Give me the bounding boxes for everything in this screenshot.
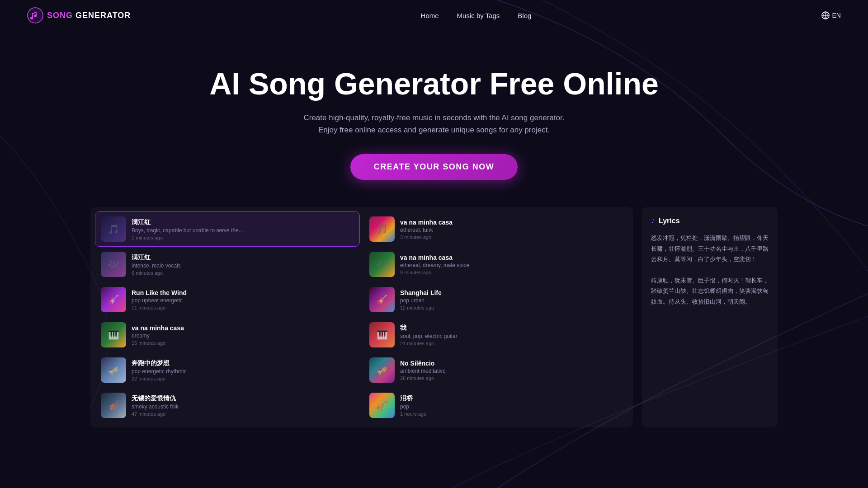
song-title: 我 — [400, 324, 623, 332]
svg-point-2 — [34, 14, 37, 17]
song-time: 1 hours ago — [400, 411, 623, 417]
song-thumbnail: 🎶 — [101, 252, 126, 277]
song-time: 47 minutes ago — [132, 411, 354, 417]
content-area: 🎵 满江红 Boys, tragic, capable but unable t… — [0, 198, 868, 436]
song-tags: smoky acoustic folk — [132, 404, 354, 410]
song-item[interactable]: 🎻 无锡的爱恨情仇 smoky acoustic folk 47 minutes… — [95, 388, 360, 423]
logo-icon — [27, 7, 43, 23]
song-tags: pop energetic rhythmic — [132, 368, 354, 375]
song-item[interactable]: 🎵 满江红 Boys, tragic, capable but unable t… — [95, 211, 360, 247]
song-tags: intense, male vocals — [132, 263, 354, 269]
song-list: 🎵 满江红 Boys, tragic, capable but unable t… — [90, 207, 633, 427]
lyrics-text: 怒发冲冠，凭栏处，潇潇雨歇。抬望眼，仰天长啸，壮怀激烈。三十功名尘与土，八千里路… — [651, 233, 769, 307]
song-info: 奔跑中的梦想 pop energetic rhythmic 22 minutes… — [132, 359, 354, 381]
song-thumbnail: 🎹 — [101, 322, 126, 347]
song-tags: ethereal, funk — [400, 227, 623, 233]
song-title: 奔跑中的梦想 — [132, 359, 354, 367]
song-title: va na minha casa — [132, 324, 354, 332]
song-thumbnail: 🎵 — [101, 216, 126, 242]
song-thumbnail: 🎻 — [369, 393, 395, 418]
song-info: 泪桥 pop 1 hours ago — [400, 394, 623, 417]
song-item[interactable]: 🎶 满江红 intense, male vocals 6 minutes ago — [95, 247, 360, 282]
song-title: va na minha casa — [400, 254, 623, 261]
song-time: 6 minutes ago — [132, 270, 354, 276]
lyrics-title: Lyrics — [659, 217, 680, 225]
song-time: 21 minutes ago — [400, 341, 623, 346]
song-info: va na minha casa ethereal, funk 3 minute… — [400, 219, 623, 240]
song-time: 3 minutes ago — [400, 235, 623, 240]
song-title: va na minha casa — [400, 219, 623, 226]
song-time: 15 minutes ago — [132, 340, 354, 346]
song-time: 12 minutes ago — [400, 305, 623, 310]
song-title: 满江红 — [132, 218, 354, 226]
song-title: Shanghai Life — [400, 289, 623, 296]
song-title: 无锡的爱恨情仇 — [132, 394, 354, 403]
song-info: 满江红 Boys, tragic, capable but unable to … — [132, 218, 354, 240]
song-thumbnail: 🎸 — [101, 287, 126, 312]
song-thumbnail: 🎶 — [369, 252, 395, 277]
song-item[interactable]: 🎺 No Silêncio ambient meditativo 26 minu… — [363, 352, 628, 388]
song-item[interactable]: 🎹 我 soul, pop, electric guitar 21 minute… — [363, 317, 628, 352]
song-info: 满江红 intense, male vocals 6 minutes ago — [132, 253, 354, 276]
song-time: 1 minutes ago — [132, 235, 354, 240]
svg-point-1 — [30, 17, 33, 19]
song-thumbnail: 🎸 — [369, 287, 395, 312]
song-item[interactable]: 🎺 奔跑中的梦想 pop energetic rhythmic 22 minut… — [95, 352, 360, 388]
song-tags: dreamy — [132, 333, 354, 339]
song-tags: Boys, tragic, capable but unable to serv… — [132, 227, 354, 234]
song-info: va na minha casa dreamy 15 minutes ago — [132, 324, 354, 346]
song-info: No Silêncio ambient meditativo 26 minute… — [400, 360, 623, 381]
song-thumbnail: 🎺 — [101, 357, 126, 383]
song-item[interactable]: 🎸 Run Like the Wind pop upbeat energetic… — [95, 282, 360, 317]
song-thumbnail: 🎻 — [101, 393, 126, 418]
song-thumbnail: 🎺 — [369, 357, 395, 383]
song-info: va na minha casa ethereal, dreamy, male … — [400, 254, 623, 275]
song-item[interactable]: 🎵 va na minha casa ethereal, funk 3 minu… — [363, 211, 628, 247]
song-item[interactable]: 🎹 va na minha casa dreamy 15 minutes ago — [95, 317, 360, 352]
song-item[interactable]: 🎻 泪桥 pop 1 hours ago — [363, 388, 628, 423]
hero-title: AI Song Generator Free Online — [9, 67, 859, 101]
song-title: No Silêncio — [400, 360, 623, 367]
song-column-right: 🎵 va na minha casa ethereal, funk 3 minu… — [363, 211, 628, 423]
song-tags: ethereal, dreamy, male voice — [400, 262, 623, 268]
globe-icon — [821, 11, 830, 19]
song-title: Run Like the Wind — [132, 289, 354, 296]
nav-blog[interactable]: Blog — [518, 12, 531, 19]
logo[interactable]: SONG GENERATOR — [27, 7, 131, 23]
song-tags: pop upbeat energetic — [132, 297, 354, 304]
song-info: 我 soul, pop, electric guitar 21 minutes … — [400, 324, 623, 346]
hero-subtitle: Create high-quality, royalty-free music … — [298, 112, 570, 136]
song-column-left: 🎵 满江红 Boys, tragic, capable but unable t… — [95, 211, 360, 423]
song-columns: 🎵 满江红 Boys, tragic, capable but unable t… — [95, 211, 628, 423]
logo-text: SONG GENERATOR — [47, 11, 131, 20]
song-tags: soul, pop, electric guitar — [400, 333, 623, 339]
song-time: 22 minutes ago — [132, 376, 354, 381]
song-thumbnail: 🎵 — [369, 216, 395, 242]
song-time: 11 minutes ago — [132, 305, 354, 310]
song-time: 9 minutes ago — [400, 270, 623, 275]
main-nav: Home Music by Tags Blog — [421, 12, 532, 19]
music-icon: ♪ — [651, 216, 655, 225]
song-time: 26 minutes ago — [400, 375, 623, 381]
song-info: 无锡的爱恨情仇 smoky acoustic folk 47 minutes a… — [132, 394, 354, 417]
song-info: Run Like the Wind pop upbeat energetic 1… — [132, 289, 354, 310]
nav-home[interactable]: Home — [421, 12, 439, 19]
song-title: 泪桥 — [400, 394, 623, 403]
song-tags: pop — [400, 404, 623, 410]
lyrics-panel: ♪ Lyrics 怒发冲冠，凭栏处，潇潇雨歇。抬望眼，仰天长啸，壮怀激烈。三十功… — [642, 207, 778, 427]
language-selector[interactable]: EN — [821, 11, 841, 19]
song-item[interactable]: 🎸 Shanghai Life pop urban 12 minutes ago — [363, 282, 628, 317]
create-song-button[interactable]: CREATE YOUR SONG NOW — [350, 154, 518, 180]
song-thumbnail: 🎹 — [369, 322, 395, 347]
nav-music-by-tags[interactable]: Music by Tags — [457, 12, 500, 19]
song-title: 满江红 — [132, 253, 354, 262]
song-item[interactable]: 🎶 va na minha casa ethereal, dreamy, mal… — [363, 247, 628, 282]
song-tags: pop urban — [400, 297, 623, 304]
song-tags: ambient meditativo — [400, 368, 623, 374]
hero-section: AI Song Generator Free Online Create hig… — [0, 31, 868, 198]
song-info: Shanghai Life pop urban 12 minutes ago — [400, 289, 623, 310]
lyrics-header: ♪ Lyrics — [651, 216, 769, 225]
